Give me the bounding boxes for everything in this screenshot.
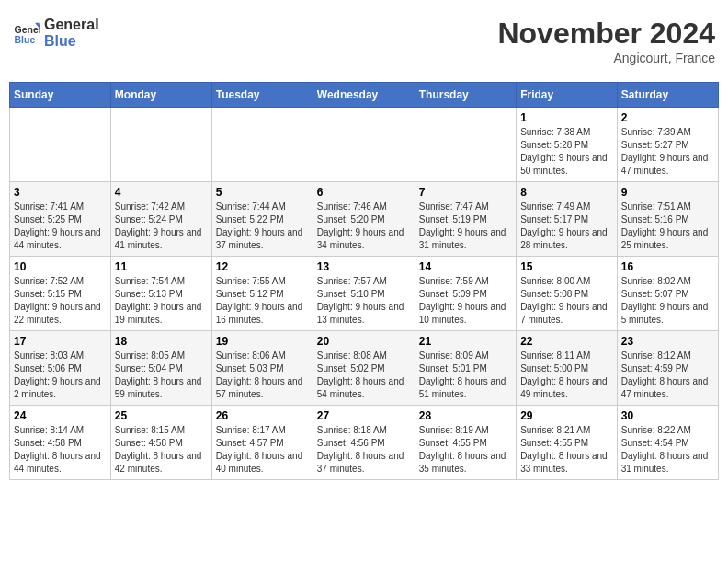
day-info: Sunrise: 8:02 AMSunset: 5:07 PMDaylight:… [621,275,714,327]
day-info: Sunrise: 7:39 AMSunset: 5:27 PMDaylight:… [621,126,714,178]
day-info: Sunrise: 7:49 AMSunset: 5:17 PMDaylight:… [520,201,613,252]
day-info: Sunrise: 7:44 AMSunset: 5:22 PMDaylight:… [216,201,309,252]
calendar-cell: 7Sunrise: 7:47 AMSunset: 5:19 PMDaylight… [415,182,516,257]
calendar-cell: 21Sunrise: 8:09 AMSunset: 5:01 PMDayligh… [415,331,516,406]
day-number: 7 [419,186,512,199]
calendar-cell: 4Sunrise: 7:42 AMSunset: 5:24 PMDaylight… [110,182,211,257]
logo-icon: General Blue [13,19,40,47]
day-number: 20 [317,335,411,348]
day-info: Sunrise: 7:46 AMSunset: 5:20 PMDaylight:… [317,201,411,252]
day-info: Sunrise: 7:38 AMSunset: 5:28 PMDaylight:… [520,126,613,178]
day-info: Sunrise: 7:42 AMSunset: 5:24 PMDaylight:… [115,201,208,252]
calendar-header-row: SundayMondayTuesdayWednesdayThursdayFrid… [10,83,719,108]
calendar-cell: 29Sunrise: 8:21 AMSunset: 4:55 PMDayligh… [517,406,618,480]
calendar-cell: 30Sunrise: 8:22 AMSunset: 4:54 PMDayligh… [617,406,718,480]
day-number: 5 [216,186,309,199]
day-info: Sunrise: 8:17 AMSunset: 4:57 PMDaylight:… [216,424,309,476]
day-info: Sunrise: 8:14 AMSunset: 4:58 PMDaylight:… [14,424,107,476]
day-number: 24 [14,409,107,422]
calendar-cell: 8Sunrise: 7:49 AMSunset: 5:17 PMDaylight… [517,182,618,257]
day-number: 25 [115,409,208,422]
day-info: Sunrise: 8:21 AMSunset: 4:55 PMDaylight:… [520,424,613,476]
calendar-cell: 13Sunrise: 7:57 AMSunset: 5:10 PMDayligh… [313,257,415,331]
calendar-cell: 28Sunrise: 8:19 AMSunset: 4:55 PMDayligh… [415,406,516,480]
calendar-cell: 6Sunrise: 7:46 AMSunset: 5:20 PMDaylight… [313,182,415,257]
calendar-cell: 27Sunrise: 8:18 AMSunset: 4:56 PMDayligh… [313,406,415,480]
day-info: Sunrise: 7:57 AMSunset: 5:10 PMDaylight:… [317,275,411,327]
day-info: Sunrise: 8:06 AMSunset: 5:03 PMDaylight:… [216,350,309,401]
day-of-week-header: Monday [110,83,211,108]
calendar: SundayMondayTuesdayWednesdayThursdayFrid… [9,82,719,480]
calendar-cell: 14Sunrise: 7:59 AMSunset: 5:09 PMDayligh… [415,257,516,331]
calendar-cell: 23Sunrise: 8:12 AMSunset: 4:59 PMDayligh… [617,331,718,406]
calendar-cell [415,108,516,182]
day-number: 27 [317,409,411,422]
calendar-cell: 18Sunrise: 8:05 AMSunset: 5:04 PMDayligh… [110,331,211,406]
day-number: 6 [317,186,411,199]
day-number: 2 [621,111,714,124]
day-number: 17 [14,335,107,348]
calendar-cell: 25Sunrise: 8:15 AMSunset: 4:58 PMDayligh… [110,406,211,480]
logo: General Blue General Blue [13,17,99,49]
calendar-cell: 3Sunrise: 7:41 AMSunset: 5:25 PMDaylight… [10,182,111,257]
day-number: 22 [520,335,613,348]
day-number: 3 [14,186,107,199]
calendar-week-row: 3Sunrise: 7:41 AMSunset: 5:25 PMDaylight… [10,182,719,257]
day-of-week-header: Sunday [10,83,111,108]
calendar-cell [313,108,415,182]
calendar-cell: 20Sunrise: 8:08 AMSunset: 5:02 PMDayligh… [313,331,415,406]
calendar-week-row: 1Sunrise: 7:38 AMSunset: 5:28 PMDaylight… [10,108,719,182]
day-info: Sunrise: 7:54 AMSunset: 5:13 PMDaylight:… [115,275,208,327]
calendar-cell: 5Sunrise: 7:44 AMSunset: 5:22 PMDaylight… [211,182,313,257]
svg-text:Blue: Blue [15,33,36,44]
calendar-cell [211,108,313,182]
day-info: Sunrise: 8:12 AMSunset: 4:59 PMDaylight:… [621,350,714,401]
day-info: Sunrise: 8:08 AMSunset: 5:02 PMDaylight:… [317,350,411,401]
day-number: 14 [419,260,512,273]
day-number: 8 [520,186,613,199]
day-info: Sunrise: 7:41 AMSunset: 5:25 PMDaylight:… [14,201,107,252]
day-number: 13 [317,260,411,273]
day-info: Sunrise: 7:47 AMSunset: 5:19 PMDaylight:… [419,201,512,252]
calendar-cell: 9Sunrise: 7:51 AMSunset: 5:16 PMDaylight… [617,182,718,257]
day-info: Sunrise: 8:22 AMSunset: 4:54 PMDaylight:… [621,424,714,476]
day-number: 9 [621,186,714,199]
calendar-cell: 24Sunrise: 8:14 AMSunset: 4:58 PMDayligh… [10,406,111,480]
calendar-week-row: 17Sunrise: 8:03 AMSunset: 5:06 PMDayligh… [10,331,719,406]
day-number: 10 [14,260,107,273]
day-number: 11 [115,260,208,273]
calendar-cell [10,108,111,182]
day-number: 16 [621,260,714,273]
day-number: 21 [419,335,512,348]
calendar-cell: 22Sunrise: 8:11 AMSunset: 5:00 PMDayligh… [517,331,618,406]
day-number: 19 [216,335,309,348]
day-info: Sunrise: 8:05 AMSunset: 5:04 PMDaylight:… [115,350,208,401]
calendar-cell: 16Sunrise: 8:02 AMSunset: 5:07 PMDayligh… [617,257,718,331]
header: General Blue General Blue November 2024 … [9,9,719,73]
day-number: 23 [621,335,714,348]
calendar-week-row: 10Sunrise: 7:52 AMSunset: 5:15 PMDayligh… [10,257,719,331]
day-info: Sunrise: 7:52 AMSunset: 5:15 PMDaylight:… [14,275,107,327]
calendar-cell: 15Sunrise: 8:00 AMSunset: 5:08 PMDayligh… [517,257,618,331]
location-title: Angicourt, France [497,51,715,65]
day-of-week-header: Tuesday [211,83,313,108]
day-info: Sunrise: 7:51 AMSunset: 5:16 PMDaylight:… [621,201,714,252]
day-info: Sunrise: 7:55 AMSunset: 5:12 PMDaylight:… [216,275,309,327]
logo-blue: Blue [44,33,99,50]
day-info: Sunrise: 8:03 AMSunset: 5:06 PMDaylight:… [14,350,107,401]
day-info: Sunrise: 8:11 AMSunset: 5:00 PMDaylight:… [520,350,613,401]
day-info: Sunrise: 8:00 AMSunset: 5:08 PMDaylight:… [520,275,613,327]
day-of-week-header: Thursday [415,83,516,108]
calendar-cell: 10Sunrise: 7:52 AMSunset: 5:15 PMDayligh… [10,257,111,331]
day-number: 15 [520,260,613,273]
calendar-cell: 11Sunrise: 7:54 AMSunset: 5:13 PMDayligh… [110,257,211,331]
day-number: 1 [520,111,613,124]
title-area: November 2024 Angicourt, France [497,17,715,65]
day-info: Sunrise: 8:09 AMSunset: 5:01 PMDaylight:… [419,350,512,401]
day-info: Sunrise: 8:15 AMSunset: 4:58 PMDaylight:… [115,424,208,476]
calendar-cell: 12Sunrise: 7:55 AMSunset: 5:12 PMDayligh… [211,257,313,331]
day-number: 29 [520,409,613,422]
day-number: 26 [216,409,309,422]
day-of-week-header: Friday [517,83,618,108]
calendar-cell: 19Sunrise: 8:06 AMSunset: 5:03 PMDayligh… [211,331,313,406]
